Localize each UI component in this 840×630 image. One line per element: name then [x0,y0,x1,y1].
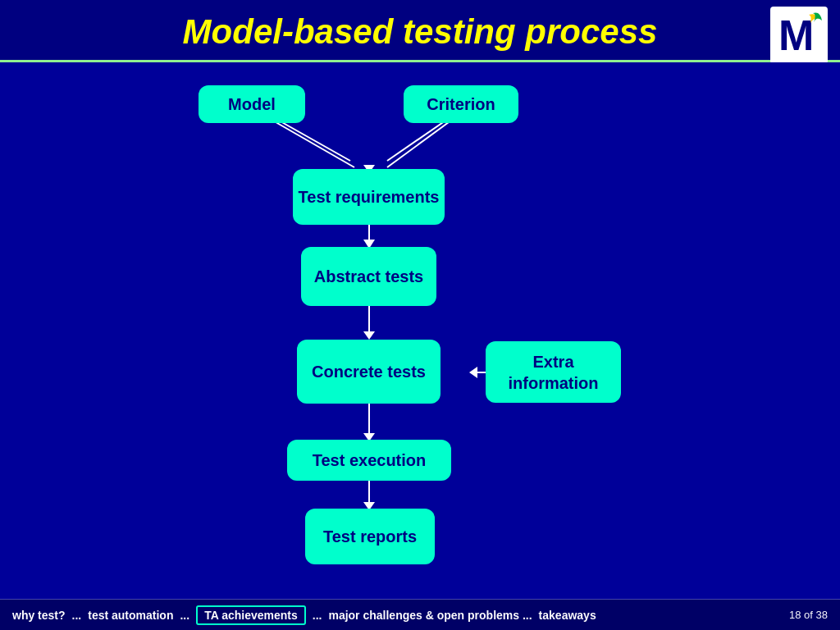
svg-marker-7 [363,331,375,340]
footer: why test? ... test automation ... TA ach… [0,599,840,630]
footer-item-takeaways[interactable]: takeaways [539,609,596,622]
model-box: Model [199,85,305,123]
diagram: Model Criterion Test requirements Abstra… [133,79,707,563]
footer-item-why-test[interactable]: why test? [12,609,66,622]
header: Model-based testing process M [0,0,840,62]
footer-item-ta-achievements[interactable]: TA achievements [196,605,306,625]
test-reports-box: Test reports [305,509,435,564]
footer-item-test-automation[interactable]: test automation [88,609,173,622]
test-execution-box: Test execution [287,440,451,481]
svg-text:M: M [778,11,814,59]
abstract-tests-box: Abstract tests [301,247,436,306]
footer-item-challenges[interactable]: major challenges & open problems ... [328,609,532,622]
main-content: Model Criterion Test requirements Abstra… [0,62,840,612]
test-requirements-box: Test requirements [293,169,445,225]
svg-marker-9 [469,367,477,378]
footer-ellipsis-3: ... [313,609,322,622]
page-number: 18 of 38 [789,609,828,621]
page-title: Model-based testing process [16,12,824,52]
criterion-box: Criterion [404,85,518,123]
concrete-tests-box: Concrete tests [297,340,441,404]
extra-information-box: Extra information [486,341,621,403]
footer-ellipsis-1: ... [72,609,82,622]
arrows-svg [133,79,707,563]
logo: M [770,7,828,64]
footer-ellipsis-2: ... [180,609,189,622]
footer-navigation: why test? ... test automation ... TA ach… [12,605,596,625]
